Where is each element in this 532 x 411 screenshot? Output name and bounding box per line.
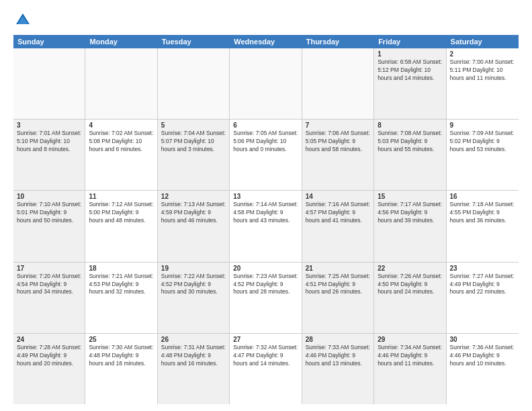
day-cell-2: 2Sunrise: 7:00 AM Sunset: 5:11 PM Daylig… <box>447 48 519 119</box>
day-number: 8 <box>378 122 442 129</box>
day-cell-23: 23Sunrise: 7:27 AM Sunset: 4:49 PM Dayli… <box>447 263 519 333</box>
weekday-header-thursday: Thursday <box>302 35 374 48</box>
day-number: 23 <box>450 265 515 272</box>
day-number: 28 <box>306 336 370 343</box>
empty-cell-0-0 <box>13 48 85 119</box>
day-number: 29 <box>378 336 442 343</box>
logo-icon <box>13 11 32 30</box>
day-info: Sunrise: 7:21 AM Sunset: 4:53 PM Dayligh… <box>89 273 153 297</box>
day-cell-29: 29Sunrise: 7:34 AM Sunset: 4:46 PM Dayli… <box>374 334 446 404</box>
day-cell-3: 3Sunrise: 7:01 AM Sunset: 5:10 PM Daylig… <box>13 120 85 190</box>
calendar-row-4: 24Sunrise: 7:28 AM Sunset: 4:49 PM Dayli… <box>13 334 519 404</box>
day-info: Sunrise: 7:13 AM Sunset: 4:59 PM Dayligh… <box>161 201 226 225</box>
day-number: 16 <box>450 193 515 200</box>
day-number: 19 <box>161 265 226 272</box>
day-info: Sunrise: 7:05 AM Sunset: 5:06 PM Dayligh… <box>233 130 298 154</box>
calendar-row-1: 3Sunrise: 7:01 AM Sunset: 5:10 PM Daylig… <box>13 120 519 191</box>
day-cell-10: 10Sunrise: 7:10 AM Sunset: 5:01 PM Dayli… <box>13 191 85 261</box>
day-number: 18 <box>89 265 153 272</box>
logo <box>13 11 35 30</box>
day-info: Sunrise: 7:12 AM Sunset: 5:00 PM Dayligh… <box>89 201 153 225</box>
day-info: Sunrise: 7:20 AM Sunset: 4:54 PM Dayligh… <box>17 273 81 297</box>
calendar-header: SundayMondayTuesdayWednesdayThursdayFrid… <box>13 35 519 48</box>
day-info: Sunrise: 7:08 AM Sunset: 5:03 PM Dayligh… <box>378 130 442 154</box>
day-cell-16: 16Sunrise: 7:18 AM Sunset: 4:55 PM Dayli… <box>447 191 519 261</box>
day-info: Sunrise: 7:31 AM Sunset: 4:48 PM Dayligh… <box>161 344 226 368</box>
day-number: 3 <box>17 122 81 129</box>
day-number: 24 <box>17 336 81 343</box>
day-number: 4 <box>89 122 153 129</box>
calendar-row-3: 17Sunrise: 7:20 AM Sunset: 4:54 PM Dayli… <box>13 263 519 334</box>
day-info: Sunrise: 7:06 AM Sunset: 5:05 PM Dayligh… <box>306 130 370 154</box>
day-info: Sunrise: 7:18 AM Sunset: 4:55 PM Dayligh… <box>450 201 515 225</box>
day-info: Sunrise: 7:26 AM Sunset: 4:50 PM Dayligh… <box>378 273 442 297</box>
header <box>13 11 519 30</box>
day-number: 6 <box>233 122 298 129</box>
day-number: 2 <box>450 50 515 58</box>
day-cell-15: 15Sunrise: 7:17 AM Sunset: 4:56 PM Dayli… <box>374 191 446 261</box>
day-number: 20 <box>233 265 298 272</box>
day-cell-1: 1Sunrise: 6:58 AM Sunset: 5:12 PM Daylig… <box>374 48 446 119</box>
day-cell-14: 14Sunrise: 7:16 AM Sunset: 4:57 PM Dayli… <box>302 191 374 261</box>
day-info: Sunrise: 6:58 AM Sunset: 5:12 PM Dayligh… <box>378 58 442 83</box>
day-info: Sunrise: 7:16 AM Sunset: 4:57 PM Dayligh… <box>306 201 370 225</box>
day-number: 17 <box>17 265 81 272</box>
day-cell-28: 28Sunrise: 7:33 AM Sunset: 4:46 PM Dayli… <box>302 334 374 404</box>
day-cell-5: 5Sunrise: 7:04 AM Sunset: 5:07 PM Daylig… <box>158 120 230 190</box>
page: SundayMondayTuesdayWednesdayThursdayFrid… <box>0 0 532 411</box>
day-cell-27: 27Sunrise: 7:32 AM Sunset: 4:47 PM Dayli… <box>230 334 302 404</box>
day-cell-9: 9Sunrise: 7:09 AM Sunset: 5:02 PM Daylig… <box>447 120 519 190</box>
calendar-body: 1Sunrise: 6:58 AM Sunset: 5:12 PM Daylig… <box>13 48 519 404</box>
empty-cell-0-1 <box>85 48 157 119</box>
day-info: Sunrise: 7:14 AM Sunset: 4:58 PM Dayligh… <box>233 201 298 225</box>
day-info: Sunrise: 7:28 AM Sunset: 4:49 PM Dayligh… <box>17 344 81 368</box>
calendar-row-0: 1Sunrise: 6:58 AM Sunset: 5:12 PM Daylig… <box>13 48 519 120</box>
day-info: Sunrise: 7:22 AM Sunset: 4:52 PM Dayligh… <box>161 273 226 297</box>
day-number: 7 <box>306 122 370 129</box>
day-cell-8: 8Sunrise: 7:08 AM Sunset: 5:03 PM Daylig… <box>374 120 446 190</box>
day-cell-22: 22Sunrise: 7:26 AM Sunset: 4:50 PM Dayli… <box>374 263 446 333</box>
day-info: Sunrise: 7:34 AM Sunset: 4:46 PM Dayligh… <box>378 344 442 368</box>
day-info: Sunrise: 7:02 AM Sunset: 5:08 PM Dayligh… <box>89 130 153 154</box>
day-cell-11: 11Sunrise: 7:12 AM Sunset: 5:00 PM Dayli… <box>85 191 157 261</box>
day-number: 9 <box>450 122 515 129</box>
day-cell-4: 4Sunrise: 7:02 AM Sunset: 5:08 PM Daylig… <box>85 120 157 190</box>
empty-cell-0-3 <box>230 48 302 119</box>
calendar-row-2: 10Sunrise: 7:10 AM Sunset: 5:01 PM Dayli… <box>13 191 519 262</box>
day-info: Sunrise: 7:25 AM Sunset: 4:51 PM Dayligh… <box>306 273 370 297</box>
day-info: Sunrise: 7:33 AM Sunset: 4:46 PM Dayligh… <box>306 344 370 368</box>
day-info: Sunrise: 7:30 AM Sunset: 4:48 PM Dayligh… <box>89 344 153 368</box>
day-number: 5 <box>161 122 226 129</box>
empty-cell-0-2 <box>158 48 230 119</box>
day-number: 25 <box>89 336 153 343</box>
day-info: Sunrise: 7:10 AM Sunset: 5:01 PM Dayligh… <box>17 201 81 225</box>
day-info: Sunrise: 7:00 AM Sunset: 5:11 PM Dayligh… <box>450 58 515 83</box>
day-number: 22 <box>378 265 442 272</box>
day-number: 10 <box>17 193 81 200</box>
day-number: 14 <box>306 193 370 200</box>
weekday-header-monday: Monday <box>85 35 157 48</box>
day-cell-6: 6Sunrise: 7:05 AM Sunset: 5:06 PM Daylig… <box>230 120 302 190</box>
day-info: Sunrise: 7:36 AM Sunset: 4:46 PM Dayligh… <box>450 344 515 368</box>
day-info: Sunrise: 7:17 AM Sunset: 4:56 PM Dayligh… <box>378 201 442 225</box>
day-number: 27 <box>233 336 298 343</box>
day-cell-13: 13Sunrise: 7:14 AM Sunset: 4:58 PM Dayli… <box>230 191 302 261</box>
weekday-header-friday: Friday <box>374 35 446 48</box>
day-number: 26 <box>161 336 226 343</box>
day-cell-17: 17Sunrise: 7:20 AM Sunset: 4:54 PM Dayli… <box>13 263 85 333</box>
day-number: 11 <box>89 193 153 200</box>
day-cell-20: 20Sunrise: 7:23 AM Sunset: 4:52 PM Dayli… <box>230 263 302 333</box>
day-cell-7: 7Sunrise: 7:06 AM Sunset: 5:05 PM Daylig… <box>302 120 374 190</box>
empty-cell-0-4 <box>302 48 374 119</box>
calendar: SundayMondayTuesdayWednesdayThursdayFrid… <box>13 35 519 404</box>
day-cell-30: 30Sunrise: 7:36 AM Sunset: 4:46 PM Dayli… <box>447 334 519 404</box>
weekday-header-saturday: Saturday <box>447 35 519 48</box>
day-cell-19: 19Sunrise: 7:22 AM Sunset: 4:52 PM Dayli… <box>158 263 230 333</box>
day-number: 15 <box>378 193 442 200</box>
day-cell-12: 12Sunrise: 7:13 AM Sunset: 4:59 PM Dayli… <box>158 191 230 261</box>
day-info: Sunrise: 7:27 AM Sunset: 4:49 PM Dayligh… <box>450 273 515 297</box>
day-info: Sunrise: 7:23 AM Sunset: 4:52 PM Dayligh… <box>233 273 298 297</box>
day-number: 30 <box>450 336 515 343</box>
weekday-header-sunday: Sunday <box>13 35 85 48</box>
day-cell-24: 24Sunrise: 7:28 AM Sunset: 4:49 PM Dayli… <box>13 334 85 404</box>
